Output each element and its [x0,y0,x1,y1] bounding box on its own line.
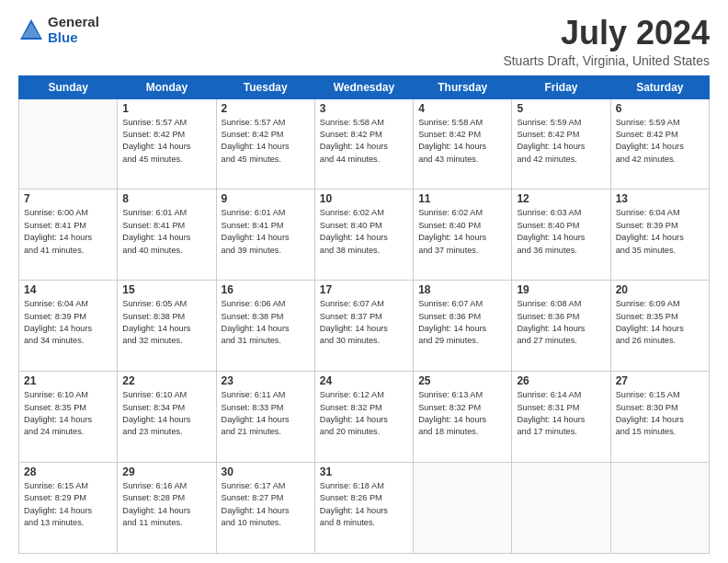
location-title: Stuarts Draft, Virginia, United States [503,53,710,68]
day-info: Sunrise: 6:02 AMSunset: 8:40 PMDaylight:… [320,207,408,256]
table-row: 20Sunrise: 6:09 AMSunset: 8:35 PMDayligh… [610,281,709,372]
table-row: 15Sunrise: 6:05 AMSunset: 8:38 PMDayligh… [118,281,216,372]
table-row: 30Sunrise: 6:17 AMSunset: 8:27 PMDayligh… [216,463,314,554]
day-info: Sunrise: 5:59 AMSunset: 8:42 PMDaylight:… [517,117,605,166]
day-number: 21 [24,374,112,387]
col-friday: Friday [512,75,610,98]
day-number: 30 [222,465,310,478]
month-title: July 2024 [503,15,710,52]
table-row: 28Sunrise: 6:15 AMSunset: 8:29 PMDayligh… [19,463,118,554]
logo-blue: Blue [48,30,99,46]
page: General Blue July 2024 Stuarts Draft, Vi… [0,0,728,563]
day-info: Sunrise: 6:17 AMSunset: 8:27 PMDaylight:… [222,480,310,529]
day-number: 25 [418,374,506,387]
table-row: 22Sunrise: 6:10 AMSunset: 8:34 PMDayligh… [118,372,216,463]
table-row: 9Sunrise: 6:01 AMSunset: 8:41 PMDaylight… [216,190,314,281]
day-info: Sunrise: 6:02 AMSunset: 8:40 PMDaylight:… [418,207,506,256]
day-number: 22 [122,374,210,387]
table-row: 7Sunrise: 6:00 AMSunset: 8:41 PMDaylight… [19,190,118,281]
day-number: 23 [222,374,310,387]
day-number: 9 [222,192,310,205]
day-number: 1 [122,102,210,115]
day-number: 26 [517,374,605,387]
day-number: 3 [320,102,408,115]
day-info: Sunrise: 6:15 AMSunset: 8:29 PMDaylight:… [24,480,112,529]
table-row: 23Sunrise: 6:11 AMSunset: 8:33 PMDayligh… [216,372,314,463]
day-number: 18 [418,283,506,296]
table-row: 14Sunrise: 6:04 AMSunset: 8:39 PMDayligh… [19,281,118,372]
calendar-week-4: 28Sunrise: 6:15 AMSunset: 8:29 PMDayligh… [19,463,710,554]
table-row: 1Sunrise: 5:57 AMSunset: 8:42 PMDaylight… [118,98,216,190]
calendar-header-row: Sunday Monday Tuesday Wednesday Thursday… [19,75,710,98]
day-info: Sunrise: 6:13 AMSunset: 8:32 PMDaylight:… [418,389,506,438]
day-info: Sunrise: 6:04 AMSunset: 8:39 PMDaylight:… [616,207,704,256]
table-row [512,463,610,554]
day-info: Sunrise: 5:59 AMSunset: 8:42 PMDaylight:… [616,117,704,166]
day-info: Sunrise: 6:06 AMSunset: 8:38 PMDaylight:… [222,298,310,347]
table-row: 25Sunrise: 6:13 AMSunset: 8:32 PMDayligh… [414,372,512,463]
day-number: 19 [517,283,605,296]
day-info: Sunrise: 6:14 AMSunset: 8:31 PMDaylight:… [517,389,605,438]
col-tuesday: Tuesday [216,75,314,98]
logo-icon [18,17,44,43]
table-row: 12Sunrise: 6:03 AMSunset: 8:40 PMDayligh… [512,190,610,281]
calendar-table: Sunday Monday Tuesday Wednesday Thursday… [18,75,710,554]
col-wednesday: Wednesday [314,75,413,98]
day-number: 24 [320,374,408,387]
table-row: 4Sunrise: 5:58 AMSunset: 8:42 PMDaylight… [414,98,512,190]
day-info: Sunrise: 6:03 AMSunset: 8:40 PMDaylight:… [517,207,605,256]
table-row: 24Sunrise: 6:12 AMSunset: 8:32 PMDayligh… [314,372,413,463]
table-row: 8Sunrise: 6:01 AMSunset: 8:41 PMDaylight… [118,190,216,281]
day-number: 16 [222,283,310,296]
table-row: 13Sunrise: 6:04 AMSunset: 8:39 PMDayligh… [610,190,709,281]
col-sunday: Sunday [19,75,118,98]
table-row: 31Sunrise: 6:18 AMSunset: 8:26 PMDayligh… [314,463,413,554]
calendar-week-1: 7Sunrise: 6:00 AMSunset: 8:41 PMDaylight… [19,190,710,281]
day-number: 8 [122,192,210,205]
table-row: 21Sunrise: 6:10 AMSunset: 8:35 PMDayligh… [19,372,118,463]
day-info: Sunrise: 5:57 AMSunset: 8:42 PMDaylight:… [122,117,210,166]
day-info: Sunrise: 5:57 AMSunset: 8:42 PMDaylight:… [222,117,310,166]
day-info: Sunrise: 6:00 AMSunset: 8:41 PMDaylight:… [24,207,112,256]
day-number: 5 [517,102,605,115]
calendar-week-3: 21Sunrise: 6:10 AMSunset: 8:35 PMDayligh… [19,372,710,463]
day-info: Sunrise: 6:04 AMSunset: 8:39 PMDaylight:… [24,298,112,347]
day-info: Sunrise: 6:01 AMSunset: 8:41 PMDaylight:… [222,207,310,256]
table-row: 10Sunrise: 6:02 AMSunset: 8:40 PMDayligh… [314,190,413,281]
table-row: 6Sunrise: 5:59 AMSunset: 8:42 PMDaylight… [610,98,709,190]
table-row: 19Sunrise: 6:08 AMSunset: 8:36 PMDayligh… [512,281,610,372]
day-info: Sunrise: 6:01 AMSunset: 8:41 PMDaylight:… [122,207,210,256]
table-row [414,463,512,554]
day-info: Sunrise: 6:18 AMSunset: 8:26 PMDaylight:… [320,480,408,529]
logo-general: General [48,15,99,30]
day-number: 27 [616,374,704,387]
day-number: 20 [616,283,704,296]
day-number: 11 [418,192,506,205]
table-row: 5Sunrise: 5:59 AMSunset: 8:42 PMDaylight… [512,98,610,190]
day-number: 2 [222,102,310,115]
table-row: 29Sunrise: 6:16 AMSunset: 8:28 PMDayligh… [118,463,216,554]
svg-marker-1 [22,23,40,38]
day-number: 17 [320,283,408,296]
day-number: 28 [24,465,112,478]
day-info: Sunrise: 6:10 AMSunset: 8:35 PMDaylight:… [24,389,112,438]
table-row: 18Sunrise: 6:07 AMSunset: 8:36 PMDayligh… [414,281,512,372]
day-info: Sunrise: 6:12 AMSunset: 8:32 PMDaylight:… [320,389,408,438]
day-number: 12 [517,192,605,205]
day-info: Sunrise: 5:58 AMSunset: 8:42 PMDaylight:… [320,117,408,166]
table-row [610,463,709,554]
day-number: 29 [122,465,210,478]
title-block: July 2024 Stuarts Draft, Virginia, Unite… [503,15,710,68]
table-row: 27Sunrise: 6:15 AMSunset: 8:30 PMDayligh… [610,372,709,463]
table-row: 11Sunrise: 6:02 AMSunset: 8:40 PMDayligh… [414,190,512,281]
col-saturday: Saturday [610,75,709,98]
table-row [19,98,118,190]
day-number: 4 [418,102,506,115]
day-number: 31 [320,465,408,478]
day-info: Sunrise: 6:09 AMSunset: 8:35 PMDaylight:… [616,298,704,347]
day-info: Sunrise: 6:07 AMSunset: 8:37 PMDaylight:… [320,298,408,347]
calendar-week-0: 1Sunrise: 5:57 AMSunset: 8:42 PMDaylight… [19,98,710,190]
day-number: 6 [616,102,704,115]
col-monday: Monday [118,75,216,98]
day-info: Sunrise: 5:58 AMSunset: 8:42 PMDaylight:… [418,117,506,166]
